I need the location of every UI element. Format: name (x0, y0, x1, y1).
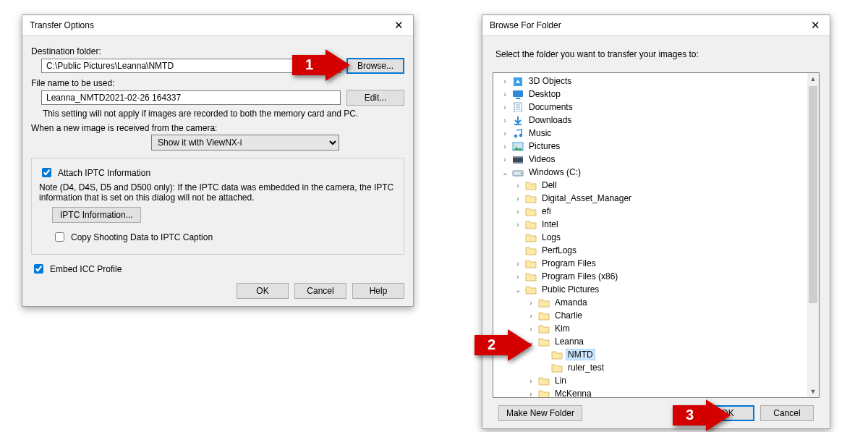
new-image-select[interactable]: Show it with ViewNX-i (151, 135, 339, 151)
chevron-right-icon[interactable]: › (501, 77, 509, 85)
tree-node[interactable]: ruler_test (496, 361, 819, 374)
tree-node-label: 3D Objects (527, 76, 574, 86)
tree-node[interactable]: ›Music (496, 127, 819, 140)
tree-node[interactable]: ›Desktop (496, 88, 819, 101)
folder-icon (538, 389, 550, 398)
tree-node-label: McKenna (553, 389, 594, 398)
folder-icon (538, 310, 550, 321)
tree-node-label: Program Files (x86) (540, 271, 620, 281)
browse-button[interactable]: Browse... (346, 58, 404, 74)
tree-node-label: Program Files (540, 258, 598, 268)
cancel-button[interactable]: Cancel (760, 405, 814, 421)
tree-node[interactable]: PerfLogs (496, 244, 819, 257)
tree-node[interactable]: ›efi (496, 205, 819, 218)
tree-node[interactable]: ›Amanda (496, 296, 819, 309)
tree-node-label: Charlie (553, 310, 584, 321)
folder-icon (538, 376, 550, 386)
make-new-folder-button[interactable]: Make New Folder (498, 405, 582, 421)
tree-node[interactable]: ⌄Leanna (496, 335, 819, 348)
chevron-right-icon[interactable]: › (501, 103, 509, 111)
tree-node[interactable]: ›McKenna (496, 387, 819, 398)
tree-node[interactable]: NMTD (496, 348, 819, 361)
tree-node[interactable]: ›Lin (496, 374, 819, 387)
tree-node-label: Downloads (527, 115, 574, 125)
copy-shooting-input[interactable] (55, 232, 64, 242)
tree-node-label: PerfLogs (540, 245, 579, 255)
folder-icon (551, 363, 563, 373)
chevron-right-icon[interactable]: › (501, 90, 509, 98)
chevron-right-icon[interactable]: › (527, 325, 535, 333)
chevron-right-icon[interactable]: › (514, 273, 522, 281)
tree-node[interactable]: ›Pictures (496, 140, 819, 153)
tree-node-label: Lin (553, 376, 569, 386)
close-icon[interactable]: ✕ (801, 15, 830, 35)
embed-icc-checkbox[interactable]: Embed ICC Profile (31, 262, 404, 276)
cancel-button[interactable]: Cancel (294, 283, 346, 299)
folder-icon (525, 245, 537, 255)
tree-node[interactable]: ›Program Files (496, 257, 819, 270)
window-title: Browse For Folder (490, 20, 801, 30)
scroll-up-icon[interactable]: ▲ (807, 73, 819, 85)
tree-node[interactable]: ›Charlie (496, 309, 819, 322)
help-button[interactable]: Help (352, 283, 404, 299)
tree-node[interactable]: ⌄Windows (C:) (496, 166, 819, 179)
ok-button[interactable]: OK (237, 283, 289, 299)
iptc-info-button[interactable]: IPTC Information... (52, 207, 141, 223)
tree-node[interactable]: ›Videos (496, 153, 819, 166)
tree-node-label: Documents (527, 102, 575, 112)
tree-node[interactable]: ›Dell (496, 179, 819, 192)
chevron-down-icon[interactable]: ⌄ (514, 286, 522, 294)
tree-node-label: Kim (553, 323, 572, 334)
attach-iptc-input[interactable] (42, 168, 51, 177)
chevron-right-icon[interactable]: › (501, 130, 509, 137)
tree-node[interactable]: ›3D Objects (496, 75, 819, 88)
tree-node[interactable]: ›Documents (496, 101, 819, 114)
tree-node[interactable]: ›Intel (496, 218, 819, 231)
instruction-text: Select the folder you want to transfer y… (495, 49, 820, 59)
folder-icon (538, 336, 550, 347)
folder-icon (525, 180, 537, 190)
copy-shooting-checkbox[interactable]: Copy Shooting Data to IPTC Caption (52, 230, 396, 244)
chevron-right-icon[interactable]: › (501, 156, 509, 164)
chevron-right-icon[interactable]: › (514, 182, 522, 190)
ok-button[interactable]: OK (701, 405, 754, 421)
chevron-down-icon[interactable]: ⌄ (527, 338, 535, 346)
chevron-right-icon[interactable]: › (514, 195, 522, 203)
tree-node[interactable]: ›Program Files (x86) (496, 270, 819, 283)
iptc-note: Note (D4, D4S, D5 and D500 only): If the… (39, 182, 396, 203)
3d-icon (512, 76, 524, 86)
tree-node[interactable]: Logs (496, 231, 819, 244)
close-icon[interactable]: ✕ (384, 15, 413, 35)
destination-folder-input[interactable] (41, 59, 341, 73)
chevron-right-icon[interactable]: › (501, 143, 509, 151)
chevron-right-icon[interactable]: › (514, 221, 522, 229)
chevron-right-icon[interactable]: › (514, 260, 522, 268)
tree-node[interactable]: ⌄Public Pictures (496, 283, 819, 296)
edit-button[interactable]: Edit... (346, 90, 404, 106)
tree-node-label: NMTD (566, 349, 595, 360)
folder-icon (538, 297, 550, 308)
tree-node[interactable]: ›Digital_Asset_Manager (496, 192, 819, 205)
filename-label: File name to be used: (31, 78, 404, 88)
folder-icon (525, 284, 537, 295)
doc-icon (512, 102, 524, 112)
attach-iptc-checkbox[interactable]: Attach IPTC Information (39, 166, 396, 179)
filename-input[interactable] (41, 90, 341, 105)
chevron-right-icon[interactable]: › (527, 377, 535, 385)
embed-icc-input[interactable] (34, 264, 43, 274)
chevron-right-icon[interactable]: › (501, 117, 509, 124)
tree-node[interactable]: ›Downloads (496, 114, 819, 127)
folder-tree[interactable]: ›3D Objects›Desktop›Documents›Downloads›… (493, 72, 820, 398)
tree-node-label: Public Pictures (540, 284, 601, 295)
scroll-down-icon[interactable]: ▼ (807, 386, 819, 397)
chevron-right-icon[interactable]: › (527, 312, 535, 320)
titlebar: Browse For Folder ✕ (482, 15, 830, 36)
chevron-right-icon[interactable]: › (514, 208, 522, 216)
scrollbar[interactable]: ▲ ▼ (807, 73, 819, 397)
scroll-thumb[interactable] (809, 86, 817, 303)
chevron-down-icon[interactable]: ⌄ (501, 169, 509, 177)
chevron-right-icon[interactable]: › (527, 299, 535, 307)
tree-node[interactable]: ›Kim (496, 322, 819, 335)
music-icon (512, 128, 524, 138)
chevron-right-icon[interactable]: › (527, 390, 535, 398)
